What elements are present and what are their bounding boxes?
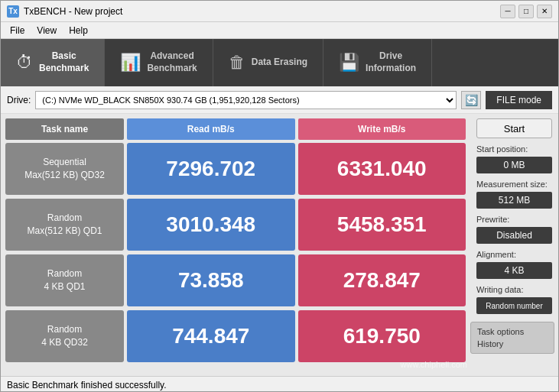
popup-task-options[interactable]: Task options xyxy=(477,326,548,338)
prewrite-label: Prewrite: xyxy=(476,215,552,224)
menu-file[interactable]: File xyxy=(4,24,31,37)
menu-help[interactable]: Help xyxy=(63,24,94,37)
prewrite-value: Disabled xyxy=(476,227,552,244)
start-position-label: Start position: xyxy=(476,144,552,154)
task-name-4: Random4 KB QD32 xyxy=(5,310,124,362)
writing-data-value: Random number xyxy=(476,297,552,314)
maximize-button[interactable]: □ xyxy=(518,5,534,18)
read-value-2: 3010.348 xyxy=(127,199,295,251)
table-row: Random4 KB QD32 744.847 619.750 xyxy=(5,310,466,362)
tab-basic-benchmark[interactable]: ⏱ BasicBenchmark xyxy=(1,39,105,86)
menu-view[interactable]: View xyxy=(31,24,63,37)
drive-bar: Drive: (C:) NVMe WD_BLACK SN850X 930.74 … xyxy=(1,86,558,114)
minimize-button[interactable]: ─ xyxy=(500,5,515,18)
tab-advanced-benchmark[interactable]: 📊 AdvancedBenchmark xyxy=(105,39,213,86)
drive-nav-icon: 💾 xyxy=(339,53,359,73)
write-value-3: 278.847 xyxy=(298,254,466,306)
stopwatch-icon: ⏱ xyxy=(16,53,33,73)
header-read: Read mB/s xyxy=(127,118,295,140)
drive-selector[interactable]: (C:) NVMe WD_BLACK SN850X 930.74 GB (1,9… xyxy=(35,91,457,109)
write-value-4: 619.750 xyxy=(298,310,466,362)
tab-data-erasing[interactable]: 🗑 Data Erasing xyxy=(213,39,323,86)
table-row: Random4 KB QD1 73.858 278.847 xyxy=(5,254,466,306)
write-value-2: 5458.351 xyxy=(298,199,466,251)
nav-bar: ⏱ BasicBenchmark 📊 AdvancedBenchmark 🗑 D… xyxy=(1,39,558,86)
menu-bar: File View Help xyxy=(1,22,558,39)
read-value-4: 744.847 xyxy=(127,310,295,362)
measurement-size-label: Measurement size: xyxy=(476,180,552,189)
tab-advanced-label: AdvancedBenchmark xyxy=(147,50,197,74)
drive-label: Drive: xyxy=(7,95,31,105)
task-name-3: Random4 KB QD1 xyxy=(5,254,124,306)
status-bar: Basic Benchmark finished successfully. xyxy=(1,376,558,392)
table-row: RandomMax(512 KB) QD1 3010.348 5458.351 xyxy=(5,199,466,251)
tab-basic-label: BasicBenchmark xyxy=(39,50,89,74)
read-value-3: 73.858 xyxy=(127,254,295,306)
drive-refresh-button[interactable]: 🔄 xyxy=(461,91,481,109)
title-bar-title: TxBENCH - New project xyxy=(24,6,500,17)
task-name-2: RandomMax(512 KB) QD1 xyxy=(5,199,124,251)
tab-drive-information[interactable]: 💾 DriveInformation xyxy=(323,39,432,86)
alignment-value: 4 KB xyxy=(476,262,552,279)
writing-data-label: Writing data: xyxy=(476,285,552,294)
measurement-size-value: 512 MB xyxy=(476,192,552,209)
header-write: Write mB/s xyxy=(298,118,466,140)
tab-erasing-label: Data Erasing xyxy=(252,57,307,69)
popup-history[interactable]: History xyxy=(477,338,548,350)
chart-icon: 📊 xyxy=(120,53,141,73)
start-position-value: 0 MB xyxy=(476,157,552,173)
read-value-1: 7296.702 xyxy=(127,143,295,195)
tab-drive-label: DriveInformation xyxy=(366,50,416,74)
task-name-1: SequentialMax(512 KB) QD32 xyxy=(5,143,124,195)
write-value-1: 6331.040 xyxy=(298,143,466,195)
erasing-icon: 🗑 xyxy=(229,53,245,73)
table-row: SequentialMax(512 KB) QD32 7296.702 6331… xyxy=(5,143,466,195)
benchmark-table: Task name Read mB/s Write mB/s Sequentia… xyxy=(1,114,470,376)
header-task: Task name xyxy=(5,118,124,140)
start-button[interactable]: Start xyxy=(476,118,552,138)
context-popup: Task options History xyxy=(470,322,554,354)
table-header-row: Task name Read mB/s Write mB/s xyxy=(5,118,466,140)
alignment-label: Alignment: xyxy=(476,250,552,259)
status-text: Basic Benchmark finished successfully. xyxy=(7,380,167,390)
window-controls: ─ □ ✕ xyxy=(500,5,552,18)
title-bar: Tx TxBENCH - New project ─ □ ✕ xyxy=(1,1,558,22)
app-icon: Tx xyxy=(7,5,19,18)
file-mode-button[interactable]: FILE mode xyxy=(486,91,552,109)
close-button[interactable]: ✕ xyxy=(537,5,552,18)
